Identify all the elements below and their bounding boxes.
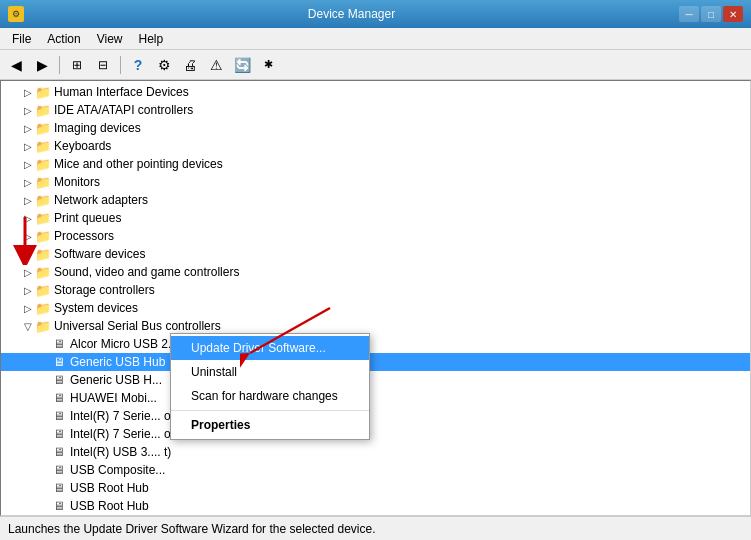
scan-button[interactable]: ⚠ (204, 54, 228, 76)
collapse-button[interactable]: ⊟ (91, 54, 115, 76)
tree-item[interactable]: 🖥USB Composite... (1, 461, 750, 479)
tree-expand-icon[interactable]: ▷ (21, 211, 35, 225)
context-menu-item[interactable]: Scan for hardware changes (171, 384, 369, 408)
tree-item[interactable]: 🖥Alcor Micro USB 2.0 Card Reader (1, 335, 750, 353)
tree-expand-icon (37, 391, 51, 405)
main-content: ▷📁Human Interface Devices▷📁IDE ATA/ATAPI… (0, 80, 751, 516)
tree-expand-icon[interactable]: ▷ (21, 85, 35, 99)
print-button[interactable]: 🖨 (178, 54, 202, 76)
menu-action[interactable]: Action (39, 30, 88, 48)
tree-expand-icon[interactable]: ▷ (21, 157, 35, 171)
context-menu-item[interactable]: Update Driver Software... (171, 336, 369, 360)
window-title: Device Manager (24, 7, 679, 21)
folder-icon: 📁 (35, 228, 51, 244)
toolbar: ◀ ▶ ⊞ ⊟ ? ⚙ 🖨 ⚠ 🔄 ✱ (0, 50, 751, 80)
chip-icon: 🖥 (51, 354, 67, 370)
context-menu-item[interactable]: Uninstall (171, 360, 369, 384)
folder-icon: 📁 (35, 102, 51, 118)
tree-item[interactable]: ▽📁Universal Serial Bus controllers (1, 317, 750, 335)
chip-icon: 🖥 (51, 480, 67, 496)
folder-icon: 📁 (35, 84, 51, 100)
tree-item[interactable]: ▷📁Keyboards (1, 137, 750, 155)
tree-item-label: Universal Serial Bus controllers (54, 319, 221, 333)
minimize-button[interactable]: ─ (679, 6, 699, 22)
tree-item[interactable]: ▷📁Software devices (1, 245, 750, 263)
help-button[interactable]: ? (126, 54, 150, 76)
tree-item-label: Processors (54, 229, 114, 243)
tree-item[interactable]: 🖥Generic USB Hub (1, 353, 750, 371)
tree-item[interactable]: ▷📁Monitors (1, 173, 750, 191)
tree-item-label: Print queues (54, 211, 121, 225)
tree-item-label: Network adapters (54, 193, 148, 207)
tree-expand-icon (37, 499, 51, 513)
refresh-button[interactable]: 🔄 (230, 54, 254, 76)
tree-item-label: USB Root Hub (70, 499, 149, 513)
tree-item[interactable]: ▷📁System devices (1, 299, 750, 317)
back-button[interactable]: ◀ (4, 54, 28, 76)
tree-expand-icon (37, 481, 51, 495)
tree-item[interactable]: 🖥USB Root Hub (1, 479, 750, 497)
tree-expand-icon[interactable]: ▷ (21, 175, 35, 189)
chip-icon: 🖥 (51, 498, 67, 514)
tree-expand-icon (37, 445, 51, 459)
expand-button[interactable]: ⊞ (65, 54, 89, 76)
tree-item[interactable]: 🖥Generic USB H... (1, 371, 750, 389)
tree-expand-icon[interactable]: ▷ (21, 283, 35, 297)
tree-item[interactable]: 🖥Intel(R) USB 3.... t) (1, 443, 750, 461)
tree-item[interactable]: ▷📁IDE ATA/ATAPI controllers (1, 101, 750, 119)
tree-item-label: System devices (54, 301, 138, 315)
chip-icon: 🖥 (51, 426, 67, 442)
tree-expand-icon[interactable]: ▷ (21, 139, 35, 153)
tree-item-label: USB Composite... (70, 463, 165, 477)
chip-icon: 🖥 (51, 444, 67, 460)
tree-item-label: IDE ATA/ATAPI controllers (54, 103, 193, 117)
tree-item[interactable]: ▷📁Mice and other pointing devices (1, 155, 750, 173)
tree-expand-icon[interactable]: ▷ (21, 265, 35, 279)
tree-expand-icon[interactable]: ▷ (21, 121, 35, 135)
context-menu-separator (171, 410, 369, 411)
properties-button[interactable]: ⚙ (152, 54, 176, 76)
tree-item[interactable]: ▷📁Network adapters (1, 191, 750, 209)
usb-icon: 📁 (35, 318, 51, 334)
tree-item[interactable]: ▷📁Imaging devices (1, 119, 750, 137)
tree-item[interactable]: ▷📁Print queues (1, 209, 750, 227)
tree-item[interactable]: ▷📁Sound, video and game controllers (1, 263, 750, 281)
tree-expand-icon[interactable]: ▷ (21, 193, 35, 207)
tree-item-label: HUAWEI Mobi... (70, 391, 157, 405)
forward-button[interactable]: ▶ (30, 54, 54, 76)
tree-expand-icon (37, 463, 51, 477)
tree-expand-icon[interactable]: ▷ (21, 229, 35, 243)
chip-icon: 🖥 (51, 336, 67, 352)
tree-item[interactable]: ▷📁Human Interface Devices (1, 83, 750, 101)
tree-item-label: Generic USB Hub (70, 355, 165, 369)
tree-expand-icon[interactable]: ▷ (21, 301, 35, 315)
chip-icon: 🖥 (51, 372, 67, 388)
folder-icon: 📁 (35, 192, 51, 208)
maximize-button[interactable]: □ (701, 6, 721, 22)
chip-icon: 🖥 (51, 390, 67, 406)
tree-item[interactable]: ▷📁Processors (1, 227, 750, 245)
context-menu-item[interactable]: Properties (171, 413, 369, 437)
tree-item[interactable]: ▷📁Storage controllers (1, 281, 750, 299)
tree-item[interactable]: 🖥Intel(R) 7 Serie... ontroller - 1E26 (1, 425, 750, 443)
extra-button[interactable]: ✱ (256, 54, 280, 76)
tree-expand-icon[interactable]: ▷ (21, 247, 35, 261)
tree-expand-icon (37, 355, 51, 369)
tree-item[interactable]: 🖥USB Root Hub (xHCI) (1, 515, 750, 516)
tree-expand-icon[interactable]: ▽ (21, 319, 35, 333)
tree-item-label: Imaging devices (54, 121, 141, 135)
status-text: Launches the Update Driver Software Wiza… (8, 522, 376, 536)
tree-expand-icon[interactable]: ▷ (21, 103, 35, 117)
tree-item[interactable]: 🖥USB Root Hub (1, 497, 750, 515)
tree-expand-icon (37, 409, 51, 423)
tree-expand-icon (37, 373, 51, 387)
close-button[interactable]: ✕ (723, 6, 743, 22)
device-tree[interactable]: ▷📁Human Interface Devices▷📁IDE ATA/ATAPI… (0, 80, 751, 516)
menu-view[interactable]: View (89, 30, 131, 48)
chip-icon: 🖥 (51, 408, 67, 424)
tree-item[interactable]: 🖥Intel(R) 7 Serie... ontroller - 1E2D (1, 407, 750, 425)
menu-help[interactable]: Help (131, 30, 172, 48)
tree-item-label: Storage controllers (54, 283, 155, 297)
menu-file[interactable]: File (4, 30, 39, 48)
tree-item[interactable]: 🖥HUAWEI Mobi... (1, 389, 750, 407)
